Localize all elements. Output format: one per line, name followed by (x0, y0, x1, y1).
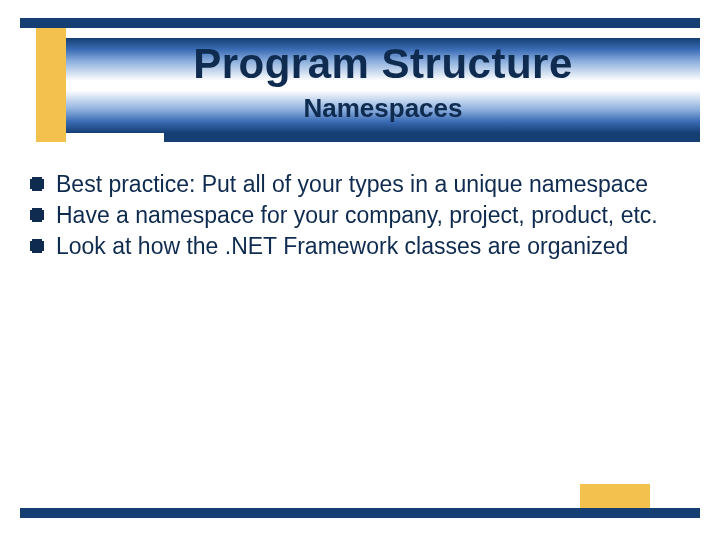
diamond-bullet-icon (30, 177, 44, 191)
top-border-bar (20, 18, 700, 28)
subtitle-underline (164, 133, 700, 142)
diamond-bullet-icon (30, 239, 44, 253)
bullet-text: Best practice: Put all of your types in … (56, 170, 680, 199)
bullet-list: Best practice: Put all of your types in … (30, 170, 680, 262)
slide-subtitle: Namespaces (66, 93, 700, 124)
diamond-bullet-icon (30, 208, 44, 222)
list-item: Have a namespace for your company, proje… (30, 201, 680, 230)
list-item: Best practice: Put all of your types in … (30, 170, 680, 199)
list-item: Look at how the .NET Framework classes a… (30, 232, 680, 261)
bullet-text: Look at how the .NET Framework classes a… (56, 232, 680, 261)
bullet-text: Have a namespace for your company, proje… (56, 201, 680, 230)
accent-block-bottom (580, 484, 650, 508)
bottom-border-bar (20, 508, 700, 518)
slide-title: Program Structure (66, 40, 700, 88)
accent-block-top (36, 28, 66, 142)
